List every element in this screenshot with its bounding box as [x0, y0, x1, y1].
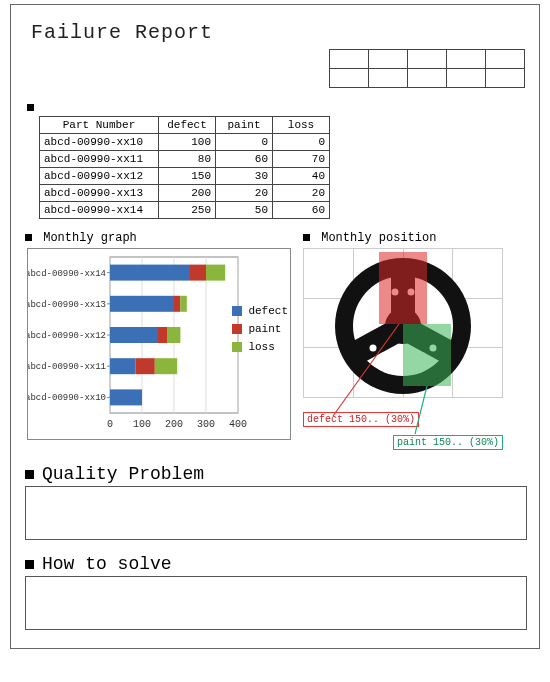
svg-text:abcd-00990-xx13: abcd-00990-xx13: [28, 300, 106, 310]
position-diagram: [303, 248, 503, 406]
legend-swatch-loss: [232, 342, 242, 352]
svg-text:abcd-00990-xx12: abcd-00990-xx12: [28, 331, 106, 341]
svg-rect-28: [136, 358, 155, 374]
how-to-solve-box: [25, 576, 527, 630]
bullet-icon: [27, 104, 34, 111]
svg-text:abcd-00990-xx14: abcd-00990-xx14: [28, 269, 106, 279]
bullet-icon: [25, 234, 32, 241]
svg-rect-29: [155, 358, 177, 374]
svg-point-40: [380, 353, 387, 360]
col-part: Part Number: [40, 117, 159, 134]
table-row: abcd-00990-xx132002020: [40, 185, 330, 202]
svg-rect-17: [110, 296, 174, 312]
bullet-icon: [25, 560, 34, 569]
legend-swatch-paint: [232, 324, 242, 334]
col-loss: loss: [273, 117, 330, 134]
callout-paint: paint 150.. (30%): [393, 435, 503, 450]
svg-text:200: 200: [165, 419, 183, 430]
svg-rect-24: [168, 327, 181, 343]
chart-legend: defect paint loss: [232, 299, 288, 359]
svg-text:0: 0: [107, 419, 113, 430]
table-row: abcd-00990-xx11806070: [40, 151, 330, 168]
svg-rect-14: [206, 265, 225, 281]
svg-text:400: 400: [229, 419, 247, 430]
svg-rect-32: [110, 389, 142, 405]
overlay-defect: [379, 252, 427, 324]
svg-point-39: [370, 345, 377, 352]
svg-rect-19: [180, 296, 186, 312]
svg-rect-23: [158, 327, 168, 343]
svg-text:abcd-00990-xx11: abcd-00990-xx11: [28, 362, 106, 372]
svg-rect-12: [110, 265, 190, 281]
bullet-icon: [25, 470, 34, 479]
legend-swatch-defect: [232, 306, 242, 316]
quality-problem-box: [25, 486, 527, 540]
how-to-solve-title: How to solve: [25, 554, 525, 574]
svg-text:100: 100: [133, 419, 151, 430]
col-paint: paint: [216, 117, 273, 134]
page-title: Failure Report: [31, 21, 525, 44]
svg-text:abcd-00990-xx10: abcd-00990-xx10: [28, 393, 106, 403]
table-row: abcd-00990-xx142505060: [40, 202, 330, 219]
overlay-paint: [403, 324, 451, 386]
svg-rect-18: [174, 296, 180, 312]
bullet-icon: [303, 234, 310, 241]
monthly-graph-chart: 0100200300400abcd-00990-xx14abcd-00990-x…: [27, 248, 291, 440]
report-page: Failure Report Part Number defect paint …: [10, 4, 540, 649]
quality-problem-title: Quality Problem: [25, 464, 525, 484]
col-defect: defect: [159, 117, 216, 134]
monthly-position-label: Monthly position: [303, 231, 503, 245]
table-row: abcd-00990-xx121503040: [40, 168, 330, 185]
svg-rect-27: [110, 358, 136, 374]
svg-line-44: [415, 386, 427, 434]
monthly-graph-label: Monthly graph: [25, 231, 291, 245]
svg-text:300: 300: [197, 419, 215, 430]
table-row: abcd-00990-xx1010000: [40, 134, 330, 151]
header-grid: [329, 49, 525, 88]
svg-rect-13: [190, 265, 206, 281]
table-section-header: [27, 100, 525, 114]
defect-table: Part Number defect paint loss abcd-00990…: [39, 116, 330, 219]
svg-rect-22: [110, 327, 158, 343]
